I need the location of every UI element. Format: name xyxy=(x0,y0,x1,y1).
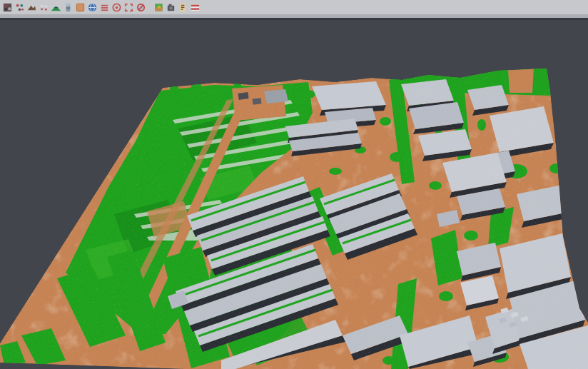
toolbar xyxy=(0,0,588,14)
brown-terrain-icon[interactable] xyxy=(26,1,38,14)
toolbar-separator xyxy=(147,1,153,14)
dark-points-tile-icon[interactable] xyxy=(1,1,14,14)
3d-viewport[interactable] xyxy=(0,0,588,369)
scatter-points-icon[interactable] xyxy=(14,1,26,14)
red-circle-slash-icon[interactable] xyxy=(135,1,147,14)
tan-marker-icon[interactable] xyxy=(177,1,189,14)
sparse-dots-icon[interactable] xyxy=(38,1,50,14)
toolbar-lower-strip xyxy=(0,14,588,19)
red-stripes-icon[interactable] xyxy=(189,1,201,14)
blue-globe-icon[interactable] xyxy=(86,1,98,14)
green-hill-icon[interactable] xyxy=(50,1,62,14)
red-list-icon[interactable] xyxy=(98,1,111,14)
red-brackets-icon[interactable] xyxy=(123,1,135,14)
red-target-icon[interactable] xyxy=(111,1,123,14)
classified-map-icon[interactable] xyxy=(153,1,165,14)
application-window xyxy=(0,0,588,369)
dark-camera-icon[interactable] xyxy=(165,1,177,14)
orange-tile-icon[interactable] xyxy=(74,1,86,14)
viewport-top-edge xyxy=(0,19,588,20)
blue-column-icon[interactable] xyxy=(62,1,74,14)
